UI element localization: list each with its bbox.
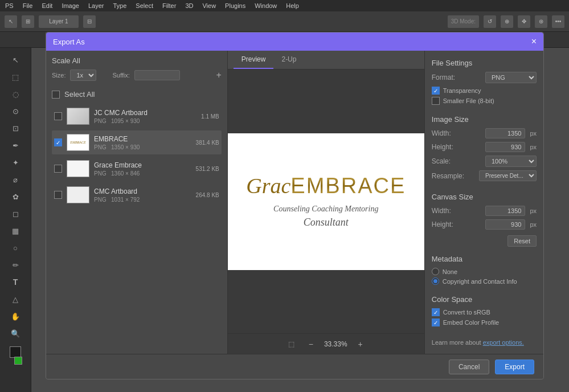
menu-filter[interactable]: Filter [161,2,178,9]
scale-select-settings[interactable]: 100%50%200% [485,156,537,167]
dialog-titlebar: Export As × [46,32,543,51]
zoom-in-button[interactable]: + [354,338,367,350]
add-scale-button[interactable]: + [216,70,221,80]
tab-preview[interactable]: Preview [234,51,274,69]
toolbar-pan[interactable]: ✥ [518,15,530,28]
artboard-checkbox-cmc[interactable] [54,191,62,199]
canvas-size-section: Canvas Size Width: px Height: px [432,193,537,247]
artboard-thumb-grace [67,160,89,177]
preview-icon-button[interactable]: ⬚ [285,338,298,350]
select-all-label: Select All [64,90,95,99]
tool-clone[interactable]: ✿ [7,189,24,204]
zoom-out-button[interactable]: − [305,338,317,350]
toolbar-layer-select[interactable]: Layer 1 [39,15,79,28]
toolbar-layers[interactable]: ⊞ [22,15,34,28]
export-options-link[interactable]: export options. [483,339,524,346]
tool-dodge[interactable]: ○ [7,240,24,255]
toolbar-zoom3d[interactable]: ⊛ [535,15,547,28]
canvas-width-input[interactable] [485,206,525,216]
tool-quick-select[interactable]: ⊙ [7,104,24,119]
resample-select[interactable]: Preserve Det...BicubicBilinear [479,170,537,181]
tool-type[interactable]: T [7,275,24,289]
menu-layer[interactable]: Layer [87,2,106,9]
artboard-checkbox-grace[interactable] [54,165,62,173]
artboard-meta-cmc: PNG 1031 × 792 [94,197,191,203]
toolbar-orbit[interactable]: ⊕ [501,15,513,28]
tool-hand[interactable]: ✋ [7,309,24,324]
height-input-row: px [485,142,537,152]
toolbar-more[interactable]: ••• [552,15,564,28]
artboard-meta-grace: PNG 1360 × 846 [94,170,191,177]
toolbar-rotate[interactable]: ↺ [484,15,496,28]
cancel-button[interactable]: Cancel [449,360,489,374]
preview-panel: Preview 2-Up GracEMBRACE Counseling Coac… [228,51,424,354]
tool-path[interactable]: △ [7,292,24,307]
menu-window[interactable]: Window [253,2,279,9]
canvas-width-row: Width: px [432,206,537,216]
menu-file[interactable]: File [21,2,35,9]
artboard-size-grace: 531.2 KB [196,166,219,172]
canvas-height-input-row: px [485,219,537,230]
menu-help[interactable]: Help [284,2,301,9]
suffix-input[interactable] [134,70,180,80]
dialog-close-button[interactable]: × [531,37,537,46]
menu-view[interactable]: View [200,2,218,9]
tool-eraser[interactable]: ◻ [7,206,24,221]
tool-heal[interactable]: ✦ [7,155,24,170]
width-input[interactable] [485,128,525,138]
ps-logo[interactable]: PS [3,2,15,9]
embed-profile-checkbox[interactable]: ✓ [432,318,440,326]
metadata-none-radio[interactable] [432,268,439,275]
size-select[interactable]: 1x2x3x [70,70,96,81]
menu-edit[interactable]: Edit [40,2,54,9]
embed-profile-row: ✓ Embed Color Profile [432,318,537,326]
foreground-color[interactable] [10,346,21,358]
preview-image: GracEMBRACE Counseling Coaching Mentorin… [228,133,424,270]
smaller-file-checkbox[interactable] [432,97,440,105]
artboard-item-jc-cmc[interactable]: JC CMC Artboard PNG 1095 × 930 1.1 MB [52,104,222,128]
select-all-checkbox[interactable] [52,91,60,99]
tool-select-rect[interactable]: ⬚ [7,70,24,84]
background-color[interactable] [14,357,22,365]
artboard-item-cmc[interactable]: CMC Artboard PNG 1031 × 792 264.8 KB [52,183,222,207]
menu-plugins[interactable]: Plugins [223,2,247,9]
format-select[interactable]: PNGJPGGIFSVG [485,72,537,83]
tool-eyedropper[interactable]: ✒ [7,138,24,153]
toolbar-move[interactable]: ↖ [5,15,17,28]
menu-3d[interactable]: 3D [183,2,195,9]
reset-button[interactable]: Reset [507,235,537,247]
artboard-checkbox-jc-cmc[interactable] [54,112,62,120]
artboard-size-cmc: 264.8 KB [196,192,219,198]
convert-srgb-checkbox[interactable]: ✓ [432,308,440,316]
metadata-none-label: None [443,268,457,275]
color-space-title: Color Space [432,295,537,304]
artboard-checkbox-embrace[interactable]: ✓ [54,138,62,146]
tool-crop[interactable]: ⊡ [7,121,24,136]
canvas-height-input[interactable] [485,219,525,230]
menu-image[interactable]: Image [60,2,81,9]
canvas-width-unit: px [530,207,537,214]
tool-gradient[interactable]: ▦ [7,223,24,238]
export-button[interactable]: Export [495,360,534,374]
menu-type[interactable]: Type [112,2,129,9]
learn-more-text: Learn more about [432,339,481,346]
main-area: ↖ ⬚ ◌ ⊙ ⊡ ✒ ✦ ⌀ ✿ ◻ ▦ ○ ✏ T △ ✋ 🔍 Export… [0,48,569,392]
transparency-checkbox[interactable]: ✓ [432,87,440,95]
artboard-item-embrace[interactable]: ✓ EMBRACE EMBRACE PNG 1350 × 930 381.4 K… [52,130,222,154]
scale-all-title: Scale All [52,56,222,65]
artboard-size-embrace: 381.4 KB [196,140,219,146]
toolbar-grid[interactable]: ⊟ [83,15,96,28]
metadata-copyright-radio[interactable] [432,277,439,285]
metadata-copyright-label: Copyright and Contact Info [443,278,517,285]
canvas-size-title: Canvas Size [432,193,537,201]
height-input[interactable] [485,142,525,152]
tab-2up[interactable]: 2-Up [273,51,304,69]
menu-select[interactable]: Select [134,2,155,9]
tool-move[interactable]: ↖ [7,52,24,67]
tool-pen[interactable]: ✏ [7,258,24,272]
tool-brush[interactable]: ⌀ [7,172,24,187]
tool-lasso[interactable]: ◌ [7,87,24,101]
artboard-item-grace[interactable]: Grace Embrace PNG 1360 × 846 531.2 KB [52,157,222,181]
tool-zoom[interactable]: 🔍 [7,326,24,341]
artboard-size-jc-cmc: 1.1 MB [201,113,219,120]
